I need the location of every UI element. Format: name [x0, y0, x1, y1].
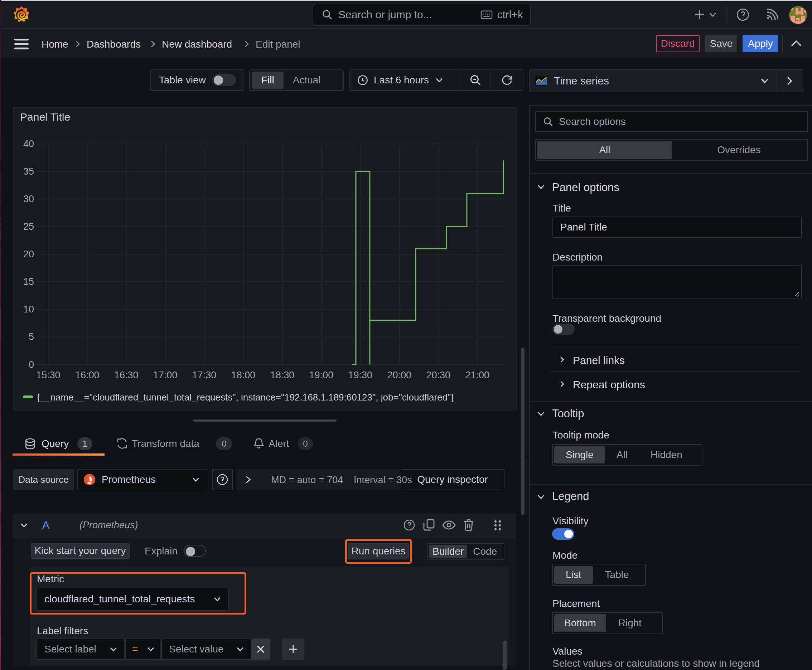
svg-text:16:30: 16:30 [114, 370, 139, 381]
svg-text:17:00: 17:00 [153, 370, 178, 381]
svg-text:16:00: 16:00 [75, 370, 100, 381]
svg-text:19:00: 19:00 [309, 370, 334, 381]
svg-text:20:30: 20:30 [426, 370, 450, 381]
svg-text:35: 35 [23, 166, 34, 177]
svg-text:10: 10 [23, 304, 34, 315]
svg-text:15: 15 [23, 276, 34, 287]
svg-text:30: 30 [23, 194, 34, 205]
svg-text:Panel Title: Panel Title [20, 111, 70, 123]
svg-text:17:30: 17:30 [192, 370, 217, 381]
svg-text:25: 25 [23, 221, 34, 232]
svg-text:20:00: 20:00 [387, 370, 411, 381]
svg-text:40: 40 [23, 139, 34, 149]
svg-text:21:00: 21:00 [465, 370, 490, 381]
svg-text:18:00: 18:00 [231, 370, 256, 381]
svg-text:{__name__="cloudflared_tunnel_: {__name__="cloudflared_tunnel_total_requ… [37, 392, 454, 403]
svg-text:19:30: 19:30 [348, 370, 373, 381]
svg-text:18:30: 18:30 [270, 370, 295, 381]
svg-text:20: 20 [23, 249, 34, 259]
svg-text:5: 5 [29, 332, 34, 342]
svg-text:15:30: 15:30 [36, 370, 61, 381]
svg-text:0: 0 [29, 359, 34, 370]
